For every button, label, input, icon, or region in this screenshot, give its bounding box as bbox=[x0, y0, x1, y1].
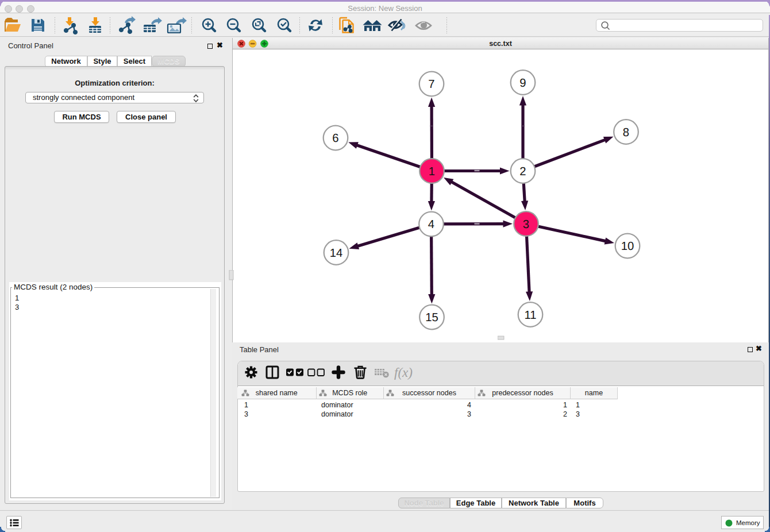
svg-text:1: 1 bbox=[429, 165, 435, 178]
svg-text:4: 4 bbox=[428, 218, 434, 231]
svg-text:9: 9 bbox=[519, 77, 526, 90]
svg-text:10: 10 bbox=[621, 240, 634, 253]
svg-text:7: 7 bbox=[428, 78, 434, 91]
svg-text:f(x): f(x) bbox=[394, 365, 413, 380]
svg-text:11: 11 bbox=[524, 309, 536, 322]
svg-text:2: 2 bbox=[519, 165, 526, 178]
svg-text:6: 6 bbox=[332, 132, 338, 145]
svg-text:3: 3 bbox=[523, 218, 529, 231]
svg-text:14: 14 bbox=[330, 247, 343, 260]
svg-text:8: 8 bbox=[623, 126, 629, 139]
svg-text:15: 15 bbox=[425, 311, 438, 324]
